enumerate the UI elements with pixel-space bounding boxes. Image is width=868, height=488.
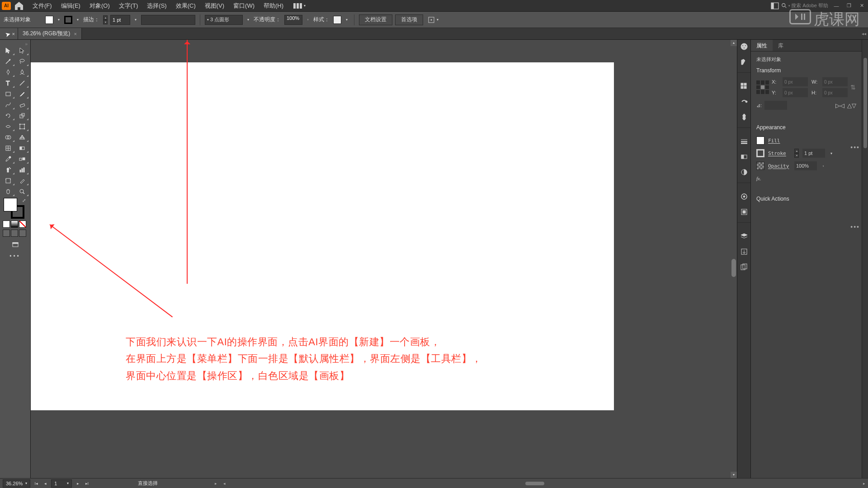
menu-select[interactable]: 选择(S) xyxy=(142,0,171,12)
lasso-tool[interactable] xyxy=(15,56,30,67)
rectangle-tool[interactable] xyxy=(1,89,15,99)
opacity-dropdown[interactable]: › xyxy=(821,164,826,168)
menu-object[interactable]: 对象(O) xyxy=(85,0,114,12)
style-dropdown[interactable]: ▾ xyxy=(344,18,349,22)
scroll-thumb[interactable] xyxy=(863,58,867,148)
graphic-styles-icon[interactable] xyxy=(739,207,749,217)
h-input[interactable]: 0 px xyxy=(822,88,848,97)
stroke-swatch[interactable] xyxy=(64,16,72,24)
type-tool[interactable]: T xyxy=(1,78,15,89)
preferences-button[interactable]: 首选项 xyxy=(395,14,423,25)
menu-effect[interactable]: 效果(C) xyxy=(171,0,200,12)
color-mode-icon[interactable] xyxy=(3,221,10,228)
variable-width-profile[interactable] xyxy=(141,15,195,25)
magic-wand-tool[interactable] xyxy=(1,56,15,67)
curvature-tool[interactable] xyxy=(15,67,30,78)
perspective-tool[interactable] xyxy=(15,132,30,143)
opacity-label[interactable]: Opacity xyxy=(768,163,791,169)
prev-artboard-icon[interactable]: ◂ xyxy=(42,481,48,486)
selection-tool[interactable] xyxy=(1,45,15,56)
edit-toolbar-icon[interactable]: ••• xyxy=(1,250,29,262)
vertical-scrollbar[interactable]: ▴ ▾ xyxy=(731,40,737,478)
align-to-icon[interactable]: ▾ xyxy=(428,16,440,23)
hand-tool[interactable] xyxy=(1,186,15,197)
angle-input[interactable] xyxy=(764,101,787,110)
close-icon[interactable]: ✕ xyxy=(857,2,866,9)
free-transform-tool[interactable] xyxy=(15,121,30,132)
draw-behind-icon[interactable] xyxy=(11,230,18,237)
panel-scrollbar[interactable] xyxy=(862,40,868,478)
shaper-tool[interactable] xyxy=(1,99,15,110)
artboard-nav[interactable]: 1 ▾ xyxy=(51,479,72,488)
stroke-label[interactable]: Stroke xyxy=(768,150,791,156)
slice-tool[interactable] xyxy=(15,175,30,186)
paintbrush-tool[interactable] xyxy=(15,89,30,99)
color-panel-icon[interactable] xyxy=(739,42,749,52)
column-graph-tool[interactable] xyxy=(15,164,30,175)
draw-inside-icon[interactable] xyxy=(19,230,26,237)
brushes-icon[interactable] xyxy=(739,97,749,107)
fill-dropdown[interactable]: ▾ xyxy=(56,18,61,22)
search-box[interactable]: ▾ 搜索 Adobe 帮助 xyxy=(781,2,828,9)
stroke-stepper[interactable]: ▴▾ xyxy=(794,149,799,158)
more-options-icon[interactable]: ••• xyxy=(850,144,860,151)
graphic-style-swatch[interactable] xyxy=(333,16,341,24)
panel-collapse-icon[interactable]: ◂◂ xyxy=(862,31,866,36)
symbols-icon[interactable] xyxy=(739,112,749,122)
hscroll-right-icon[interactable]: ▸ xyxy=(863,481,865,486)
last-artboard-icon[interactable]: ▸I xyxy=(84,481,90,486)
artboard-tool[interactable] xyxy=(1,175,15,186)
menu-edit[interactable]: 编辑(E) xyxy=(57,0,85,12)
tool-collapse-icon[interactable]: » xyxy=(1,42,29,45)
rotate-tool[interactable] xyxy=(1,110,15,121)
fill-label[interactable]: Fill xyxy=(768,138,791,144)
tab-properties[interactable]: 属性 xyxy=(751,40,773,51)
y-input[interactable]: 0 px xyxy=(783,88,808,97)
layers-panel-icon[interactable] xyxy=(739,231,749,241)
opacity-swatch[interactable] xyxy=(756,162,764,170)
width-tool[interactable] xyxy=(1,121,15,132)
opacity-value[interactable]: 100% xyxy=(284,15,302,25)
swap-fill-stroke-icon[interactable]: ⤢ xyxy=(22,198,26,203)
arrange-docs-icon[interactable]: ▾ xyxy=(293,3,306,9)
artboards-panel-icon[interactable] xyxy=(739,262,749,272)
reference-point-grid[interactable] xyxy=(756,80,769,94)
opacity-value[interactable]: 100% xyxy=(794,161,817,170)
draw-normal-icon[interactable] xyxy=(3,230,10,237)
asset-export-icon[interactable] xyxy=(739,247,749,257)
menu-type[interactable]: 文字(T) xyxy=(114,0,143,12)
workspace-switcher-icon[interactable] xyxy=(770,2,779,9)
x-input[interactable]: 0 px xyxy=(783,77,808,86)
flip-v-icon[interactable]: △▽ xyxy=(847,102,856,109)
scroll-thumb[interactable] xyxy=(731,259,736,277)
appearance-panel-icon[interactable] xyxy=(739,192,749,202)
stroke-dropdown[interactable]: ▾ xyxy=(75,18,80,22)
gradient-tool[interactable] xyxy=(15,143,30,154)
fill-stroke-controls[interactable]: ⤢ xyxy=(1,197,29,220)
zoom-tool[interactable] xyxy=(15,186,30,197)
home-icon[interactable] xyxy=(14,2,24,10)
tab-close-icon[interactable]: × xyxy=(12,31,15,37)
opacity-dropdown[interactable]: › xyxy=(305,18,311,22)
menu-help[interactable]: 帮助(H) xyxy=(259,0,288,12)
menu-window[interactable]: 窗口(W) xyxy=(229,0,259,12)
scale-tool[interactable] xyxy=(15,110,30,121)
menu-file[interactable]: 文件(F) xyxy=(28,0,57,12)
gradient-mode-icon[interactable] xyxy=(11,221,18,228)
fill-swatch[interactable] xyxy=(756,136,764,145)
screen-mode-button[interactable] xyxy=(1,239,29,250)
zoom-combo[interactable]: 36.26% ▾ xyxy=(3,479,30,488)
tab-library[interactable]: 库 xyxy=(773,40,789,51)
flip-h-icon[interactable]: ▷◁ xyxy=(835,102,844,109)
transparency-panel-icon[interactable] xyxy=(739,167,749,177)
stroke-wt-dropdown[interactable]: ▾ xyxy=(829,151,834,155)
stroke-weight-value[interactable]: 1 pt xyxy=(802,149,825,158)
first-artboard-icon[interactable]: I◂ xyxy=(33,481,39,486)
restore-icon[interactable]: ❐ xyxy=(844,2,854,9)
more-options-icon[interactable]: ••• xyxy=(850,223,860,230)
tab-close-icon[interactable]: × xyxy=(74,31,76,37)
min-icon[interactable]: — xyxy=(832,2,841,9)
fill-swatch[interactable] xyxy=(45,16,53,24)
canvas-area[interactable]: 下面我们来认识一下AI的操作界面，点击AI界面的【新建】一个画板， 在界面上方是… xyxy=(31,40,737,478)
eraser-tool[interactable] xyxy=(15,99,30,110)
